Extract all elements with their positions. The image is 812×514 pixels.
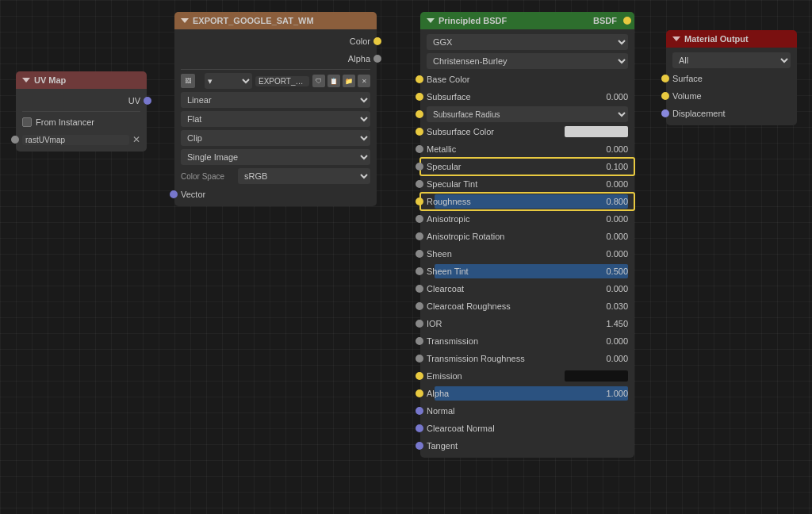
base-color-socket[interactable] (416, 75, 423, 83)
linear-select[interactable]: Linear Closest Cubic Smart (181, 92, 370, 108)
uv-output-socket[interactable] (144, 97, 151, 105)
subsurface-color-socket[interactable] (416, 128, 423, 136)
copy-icon[interactable]: 📋 (327, 75, 340, 87)
single-image-select[interactable]: Single Image UDIM Tiles (181, 149, 370, 165)
material-output-node: Material Output All Camera Surface Volum… (666, 30, 797, 125)
ggx-row: GGX Multiple-scattering GGX (420, 33, 634, 52)
roughness-socket[interactable] (416, 198, 423, 205)
emission-row: Emission (420, 367, 634, 385)
clearcoat-normal-row: Clearcoat Normal (420, 420, 634, 437)
bsdf-output-label: BSDF (593, 16, 617, 25)
output-collapse-icon[interactable] (672, 36, 680, 41)
christensen-select[interactable]: Christensen-Burley Random Walk (427, 53, 628, 69)
anisotropic-socket[interactable] (416, 215, 423, 223)
subsurface-socket[interactable] (416, 93, 423, 101)
metallic-label: Metallic (427, 144, 596, 154)
surface-socket[interactable] (661, 75, 669, 82)
color-output-socket[interactable] (373, 37, 381, 45)
alpha-output-socket[interactable] (373, 55, 381, 63)
sheen-socket[interactable] (416, 250, 423, 258)
filename-display: EXPORT_GOOGL... (255, 76, 309, 86)
normal-socket[interactable] (416, 407, 423, 415)
roughness-label: Roughness (427, 197, 596, 206)
vector-socket[interactable] (170, 190, 178, 198)
all-select[interactable]: All Camera (672, 52, 791, 68)
collapse-arrow-icon[interactable] (22, 78, 30, 82)
tangent-socket[interactable] (416, 442, 423, 450)
export-header: EXPORT_GOOGLE_SAT_WM (174, 12, 377, 29)
sheen-tint-socket[interactable] (416, 267, 423, 275)
toolbar-icons: 🛡 📋 📁 ✕ (312, 75, 370, 87)
bsdf-output-socket[interactable] (623, 17, 631, 25)
transmission-roughness-label: Transmission Roughness (427, 354, 596, 363)
from-instancer-label: From Instancer (36, 117, 94, 127)
emission-socket[interactable] (416, 372, 423, 380)
transmission-value: 0.000 (596, 336, 628, 346)
alpha-input-socket[interactable] (416, 389, 423, 397)
color-space-row: Color Space sRGB Linear Non-Color (174, 167, 377, 186)
transmission-roughness-socket[interactable] (416, 355, 423, 362)
uv-label: UV (128, 96, 140, 105)
from-instancer-row: From Instancer (16, 113, 147, 131)
specular-socket[interactable] (416, 163, 423, 171)
color-space-label: Color Space (181, 172, 235, 181)
displacement-row: Displacement (666, 105, 797, 122)
clearcoat-normal-socket[interactable] (416, 424, 423, 432)
export-collapse-icon[interactable] (181, 18, 189, 23)
subsurface-color-label: Subsurface Color (427, 127, 565, 136)
subsurface-color-row: Subsurface Color (420, 123, 634, 140)
alpha-input-value: 1.000 (596, 389, 628, 398)
metallic-socket[interactable] (416, 145, 423, 153)
ggx-select[interactable]: GGX Multiple-scattering GGX (427, 34, 628, 50)
rastuv-row: rastUVmap ✕ (16, 131, 147, 148)
file-type-select[interactable]: ▾ (205, 73, 252, 89)
clip-dropdown-row: Clip Repeat Extend (174, 128, 377, 148)
clearcoat-normal-label: Clearcoat Normal (427, 424, 495, 433)
color-output-row: Color (174, 33, 377, 50)
subsurface-radius-socket[interactable] (416, 110, 423, 118)
bsdf-collapse-icon[interactable] (427, 18, 435, 23)
anisotropic-rotation-socket[interactable] (416, 232, 423, 240)
clearcoat-socket[interactable] (416, 285, 423, 293)
ior-label: IOR (427, 319, 596, 328)
specular-tint-label: Specular Tint (427, 179, 596, 189)
rastuv-socket[interactable] (11, 136, 19, 144)
sheen-row: Sheen 0.000 (420, 245, 634, 263)
subsurface-radius-select[interactable]: Subsurface Radius (427, 106, 628, 122)
anisotropic-rotation-value: 0.000 (596, 232, 628, 241)
emission-color-swatch[interactable] (565, 370, 628, 382)
shield-icon[interactable]: 🛡 (312, 75, 325, 87)
transmission-socket[interactable] (416, 337, 423, 345)
ior-socket[interactable] (416, 320, 423, 328)
subsurface-color-swatch[interactable] (565, 126, 628, 137)
clearcoat-roughness-socket[interactable] (416, 302, 423, 310)
specular-tint-row: Specular Tint 0.000 (420, 175, 634, 193)
from-instancer-checkbox[interactable] (22, 117, 32, 127)
roughness-row: Roughness 0.800 (420, 193, 634, 210)
subsurface-value: 0.000 (596, 92, 628, 102)
clip-select[interactable]: Clip Repeat Extend (181, 130, 370, 146)
roughness-value: 0.800 (596, 197, 628, 206)
close-icon[interactable]: ✕ (358, 75, 370, 87)
uv-map-title: UV Map (34, 75, 66, 85)
rastuv-remove-icon[interactable]: ✕ (132, 134, 140, 145)
flat-select[interactable]: Flat Box Sphere (181, 111, 370, 127)
base-color-label: Base Color (427, 75, 469, 84)
volume-socket[interactable] (661, 92, 669, 100)
color-space-select[interactable]: sRGB Linear Non-Color (238, 168, 370, 184)
bsdf-node: Principled BSDF BSDF GGX Multiple-scatte… (420, 12, 634, 458)
specular-value: 0.100 (596, 162, 628, 171)
file-row: 🖼 ▾ EXPORT_GOOGL... 🛡 📋 📁 ✕ (174, 71, 377, 90)
export-node: EXPORT_GOOGLE_SAT_WM Color Alpha 🖼 ▾ EXP… (174, 12, 377, 206)
clearcoat-value: 0.000 (596, 284, 628, 293)
surface-label: Surface (672, 74, 703, 83)
sheen-value: 0.000 (596, 249, 628, 259)
specular-tint-socket[interactable] (416, 180, 423, 188)
clearcoat-roughness-row: Clearcoat Roughness 0.030 (420, 297, 634, 315)
transmission-label: Transmission (427, 336, 596, 346)
displacement-socket[interactable] (661, 109, 669, 117)
ior-value: 1.450 (596, 319, 628, 328)
sheen-label: Sheen (427, 249, 596, 259)
subsurface-radius-row: Subsurface Radius (420, 105, 634, 123)
folder-icon[interactable]: 📁 (343, 75, 355, 87)
